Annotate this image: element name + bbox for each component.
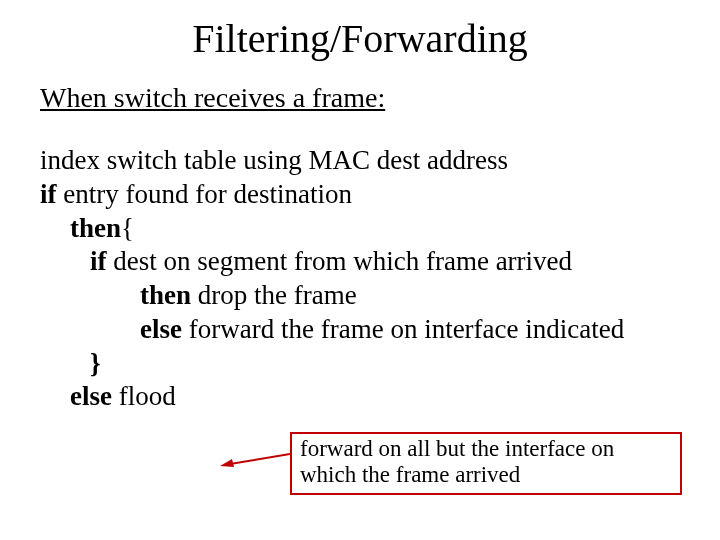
svg-line-0 xyxy=(230,454,290,464)
code-line: if entry found for destination xyxy=(40,178,680,212)
callout-box: forward on all but the interface on whic… xyxy=(290,432,682,495)
keyword-if: if xyxy=(40,179,57,209)
svg-marker-1 xyxy=(220,459,234,467)
keyword-then: then xyxy=(70,213,121,243)
slide-subheading: When switch receives a frame: xyxy=(40,82,680,114)
code-text: drop the frame xyxy=(191,280,357,310)
pseudocode-block: index switch table using MAC dest addres… xyxy=(40,144,680,414)
code-line: then drop the frame xyxy=(40,279,680,313)
code-line: else flood xyxy=(40,380,680,414)
code-text: { xyxy=(121,213,134,243)
code-line: then{ xyxy=(40,212,680,246)
code-line: index switch table using MAC dest addres… xyxy=(40,144,680,178)
code-text: dest on segment from which frame arrived xyxy=(107,246,573,276)
keyword-if: if xyxy=(90,246,107,276)
slide: Filtering/Forwarding When switch receive… xyxy=(0,0,720,540)
code-line: else forward the frame on interface indi… xyxy=(40,313,680,347)
code-line: } xyxy=(40,347,680,381)
arrow-icon xyxy=(220,450,290,470)
code-text: flood xyxy=(112,381,176,411)
keyword-else: else xyxy=(70,381,112,411)
code-text: entry found for destination xyxy=(57,179,352,209)
keyword-then: then xyxy=(140,280,191,310)
code-line: if dest on segment from which frame arri… xyxy=(40,245,680,279)
code-text: forward the frame on interface indicated xyxy=(182,314,624,344)
slide-title: Filtering/Forwarding xyxy=(40,15,680,62)
keyword-else: else xyxy=(140,314,182,344)
